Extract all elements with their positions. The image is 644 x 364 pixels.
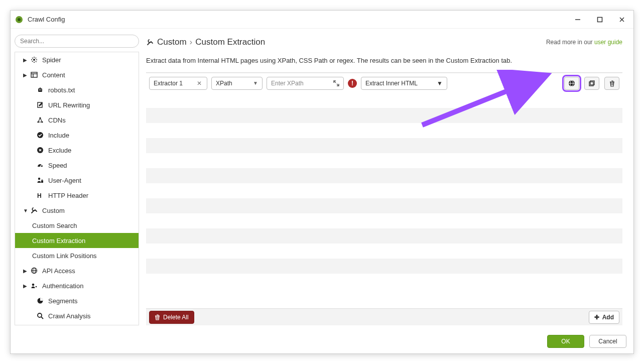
tree-item-label: Custom Link Positions [32,252,97,260]
user-key-icon [30,282,38,289]
tree-item-content[interactable]: ▶Content [15,67,139,82]
tree-item-label: API Access [42,267,75,275]
tree-item-label: User-Agent [48,177,81,184]
delete-all-button[interactable]: Delete All [149,311,194,324]
tree-item-label: CDNs [48,116,66,124]
caret-right-icon: ▶ [23,268,29,274]
close-button[interactable] [614,12,629,27]
description: Extract data from Internal HTML pages us… [146,57,622,64]
tools-icon [146,38,154,46]
extractor-area: Extractor 1 ✕ XPath ▼ Enter XPath ! [146,73,622,325]
extractor-toolbar: Delete All ✚ Add [146,308,622,325]
maximize-button[interactable] [592,12,607,27]
svg-line-31 [41,317,43,319]
sidebar: ▶Spider▶Contentrobots.txtURL RewritingCD… [15,33,139,325]
svg-point-28 [36,286,37,288]
tree-item-label: URL Rewriting [48,101,90,109]
trash-icon [155,314,160,320]
chevron-right-icon: › [190,37,193,47]
svg-rect-35 [589,82,593,86]
tree-item-http-header[interactable]: HHTTP Header [15,188,139,203]
tree-item-cdns[interactable]: CDNs [15,112,139,128]
tree-item-exclude[interactable]: Exclude [15,143,139,158]
caret-down-icon: ▼ [253,80,258,86]
tree-item-api-access[interactable]: ▶API Access [15,263,139,278]
delete-button[interactable] [604,77,619,90]
titlebar: Crawl Config [11,11,633,29]
main-panel: Custom › Custom Extraction Read more in … [139,33,629,325]
help-text: Read more in our user guide [546,39,622,46]
selector-type-dropdown[interactable]: XPath ▼ [211,77,263,90]
tree-item-spider[interactable]: ▶Spider [15,52,139,67]
expand-icon[interactable] [333,80,339,86]
svg-rect-7 [31,72,37,77]
user-lock-icon [36,177,44,184]
search-input[interactable] [15,35,139,48]
tree-item-include[interactable]: Include [15,128,139,143]
tree-item-crawl-analysis[interactable]: Crawl Analysis [15,308,139,323]
pie-icon [36,297,44,304]
globe-grid-icon [30,267,38,274]
minimize-button[interactable] [570,12,585,27]
globe-button[interactable] [564,77,579,90]
layout-icon [30,71,38,78]
tree-item-label: robots.txt [48,86,75,94]
header-icon: H [36,192,44,199]
dialog-body: ▶Spider▶Contentrobots.txtURL RewritingCD… [11,29,633,329]
tree-item-segments[interactable]: Segments [15,293,139,308]
network-icon [36,116,44,124]
caret-right-icon: ▶ [23,57,29,63]
tree-item-label: Exclude [48,147,71,154]
tree-item-custom-search[interactable]: Custom Search [15,218,139,233]
xpath-input[interactable]: Enter XPath [267,77,344,90]
window-controls [570,12,629,27]
caret-down-icon: ▼ [23,208,29,213]
tree-item-label: Content [42,71,65,79]
app-icon [15,15,24,24]
tree-item-label: Custom Extraction [32,237,85,245]
svg-point-1 [18,18,21,21]
clear-name-icon[interactable]: ✕ [196,80,203,87]
tree-item-custom[interactable]: ▼Custom [15,203,139,218]
caret-down-icon: ▼ [437,80,443,87]
svg-point-12 [41,89,42,90]
tree-item-authentication[interactable]: ▶Authentication [15,278,139,293]
gear-icon [30,56,38,63]
cancel-button[interactable]: Cancel [589,335,626,348]
tree-item-label: Segments [48,297,78,305]
tree-item-label: Custom [42,207,65,214]
tree-item-label: HTTP Header [48,192,88,199]
tree-item-label: Spider [42,56,61,64]
breadcrumb-current: Custom Extraction [195,37,265,47]
tree-item-user-agent[interactable]: User-Agent [15,173,139,188]
gauge-icon [36,162,44,169]
tree-item-label: Crawl Analysis [48,312,91,320]
extraction-mode-dropdown[interactable]: Extract Inner HTML ▼ [361,77,447,90]
svg-rect-22 [41,181,43,183]
breadcrumb: Custom › Custom Extraction [146,37,265,47]
extractor-name-input[interactable]: Extractor 1 ✕ [149,77,207,90]
user-guide-link[interactable]: user guide [594,39,622,46]
tree-item-custom-link-positions[interactable]: Custom Link Positions [15,248,139,263]
tree-item-label: Speed [48,162,67,169]
dialog-footer: OK Cancel [11,329,633,353]
plus-icon: ✚ [594,314,599,321]
svg-point-27 [32,284,35,286]
extractor-row: Extractor 1 ✕ XPath ▼ Enter XPath ! [146,73,622,93]
empty-rows [146,93,622,308]
breadcrumb-root: Custom [157,37,187,47]
tree-item-label: Authentication [42,282,83,290]
tree-item-custom-extraction[interactable]: Custom Extraction [15,233,139,248]
tree-item-robots-txt[interactable]: robots.txt [15,82,139,97]
ok-button[interactable]: OK [547,335,584,348]
crawl-config-dialog: Crawl Config ▶Spider▶Contentrobots.txtUR… [10,10,634,354]
duplicate-button[interactable] [584,77,599,90]
add-button[interactable]: ✚ Add [589,311,619,324]
window-title: Crawl Config [28,16,65,23]
tree-item-speed[interactable]: Speed [15,158,139,173]
config-tree: ▶Spider▶Contentrobots.txtURL RewritingCD… [15,52,139,325]
svg-point-30 [38,313,42,317]
tree-item-url-rewriting[interactable]: URL Rewriting [15,97,139,112]
caret-right-icon: ▶ [23,283,29,289]
svg-rect-10 [38,88,42,92]
